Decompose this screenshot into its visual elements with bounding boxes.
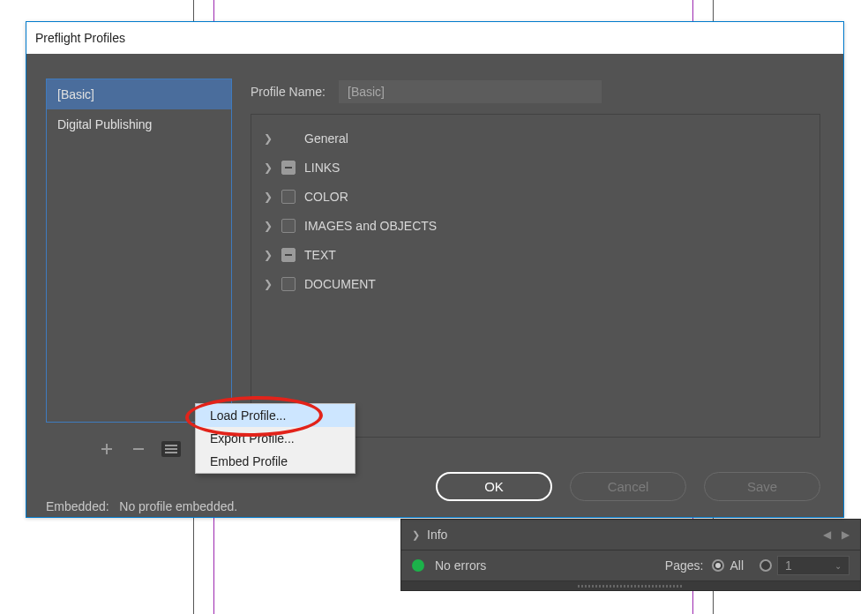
ok-button[interactable]: OK xyxy=(436,472,552,501)
checkbox-unchecked[interactable] xyxy=(281,277,296,291)
category-label: LINKS xyxy=(304,161,340,175)
ok-button-label: OK xyxy=(484,479,504,494)
radio-all[interactable] xyxy=(712,559,724,572)
category-label: TEXT xyxy=(304,248,336,262)
profile-context-menu: Load Profile... Export Profile... Embed … xyxy=(195,403,355,474)
category-images-objects[interactable]: ❯ IMAGES and OBJECTS xyxy=(264,211,807,240)
radio-range[interactable] xyxy=(760,559,772,572)
checkbox-mixed[interactable] xyxy=(281,248,296,262)
category-label: DOCUMENT xyxy=(304,277,376,291)
preflight-profiles-dialog: Preflight Profiles [Basic] Digital Publi… xyxy=(26,21,844,518)
info-label: Info xyxy=(427,528,447,542)
profile-item-label: [Basic] xyxy=(57,87,94,101)
svg-rect-0 xyxy=(133,448,144,450)
profile-menu-button[interactable] xyxy=(161,441,181,457)
category-color[interactable]: ❯ COLOR xyxy=(264,182,807,211)
chevron-right-icon: ❯ xyxy=(264,191,273,203)
checkbox-mixed[interactable] xyxy=(281,161,296,175)
dialog-titlebar[interactable]: Preflight Profiles xyxy=(26,22,843,54)
menu-item-label: Export Profile... xyxy=(210,431,295,446)
menu-item-label: Load Profile... xyxy=(210,408,286,423)
category-panel: ❯ General ❯ LINKS ❯ COLOR ❯ IMAGES and O… xyxy=(251,114,820,438)
category-text[interactable]: ❯ TEXT xyxy=(264,240,807,269)
profile-name-value: [Basic] xyxy=(348,85,385,99)
embedded-label: Embedded: xyxy=(46,499,109,513)
status-row: No errors Pages: All 1 ⌄ xyxy=(401,550,860,581)
add-profile-button[interactable] xyxy=(98,440,116,458)
chevron-right-icon: ❯ xyxy=(264,132,273,145)
dialog-button-row: OK Cancel Save xyxy=(436,472,820,501)
menu-embed-profile[interactable]: Embed Profile xyxy=(196,450,355,473)
checkbox-unchecked[interactable] xyxy=(281,219,296,233)
chevron-right-icon: ❯ xyxy=(412,529,420,541)
cancel-button-label: Cancel xyxy=(608,479,649,494)
category-general[interactable]: ❯ General xyxy=(264,124,807,153)
pages-label: Pages: xyxy=(665,558,704,573)
dialog-title: Preflight Profiles xyxy=(35,31,125,45)
chevron-down-icon: ⌄ xyxy=(834,561,842,571)
page-range-value: 1 xyxy=(785,558,792,573)
category-label: IMAGES and OBJECTS xyxy=(304,219,437,233)
chevron-right-icon: ❯ xyxy=(264,220,273,232)
remove-profile-button[interactable] xyxy=(130,440,147,458)
category-label: COLOR xyxy=(304,190,348,204)
arrow-right-icon[interactable]: ▶ xyxy=(842,528,849,541)
category-links[interactable]: ❯ LINKS xyxy=(264,153,807,182)
chevron-right-icon: ❯ xyxy=(264,249,273,261)
info-row[interactable]: ❯ Info ◀ ▶ xyxy=(401,520,860,550)
plus-icon xyxy=(100,442,114,456)
profile-item-label: Digital Publishing xyxy=(57,117,152,131)
panel-drag-handle[interactable] xyxy=(401,581,860,590)
profile-name-label: Profile Name: xyxy=(251,85,326,99)
chevron-right-icon: ❯ xyxy=(264,161,273,174)
menu-item-label: Embed Profile xyxy=(210,454,288,468)
embedded-status: Embedded: No profile embedded. xyxy=(46,499,237,513)
profile-name-field[interactable]: [Basic] xyxy=(339,80,602,103)
nav-arrows: ◀ ▶ xyxy=(823,528,849,541)
save-button[interactable]: Save xyxy=(704,472,820,501)
status-text: No errors xyxy=(435,558,486,573)
profile-list[interactable]: [Basic] Digital Publishing xyxy=(46,79,232,423)
profile-item-digital-publishing[interactable]: Digital Publishing xyxy=(47,109,231,139)
minus-icon xyxy=(131,442,146,456)
arrow-left-icon[interactable]: ◀ xyxy=(823,528,831,541)
preflight-status-panel: ❯ Info ◀ ▶ No errors Pages: All 1 ⌄ xyxy=(400,519,861,591)
checkbox-unchecked[interactable] xyxy=(281,190,296,204)
menu-export-profile[interactable]: Export Profile... xyxy=(196,427,355,450)
save-button-label: Save xyxy=(747,479,777,494)
page-range-dropdown[interactable]: 1 ⌄ xyxy=(777,556,849,575)
category-document[interactable]: ❯ DOCUMENT xyxy=(264,269,807,298)
embedded-value: No profile embedded. xyxy=(119,499,237,513)
menu-load-profile[interactable]: Load Profile... xyxy=(196,404,355,427)
chevron-right-icon: ❯ xyxy=(264,278,273,290)
checkbox-none xyxy=(281,131,296,146)
radio-all-label: All xyxy=(730,558,744,573)
category-label: General xyxy=(304,131,348,146)
dialog-body: [Basic] Digital Publishing Embedded: No … xyxy=(26,54,843,517)
cancel-button[interactable]: Cancel xyxy=(570,472,686,501)
profile-item-basic[interactable]: [Basic] xyxy=(47,79,231,109)
status-dot-ok xyxy=(412,559,424,572)
